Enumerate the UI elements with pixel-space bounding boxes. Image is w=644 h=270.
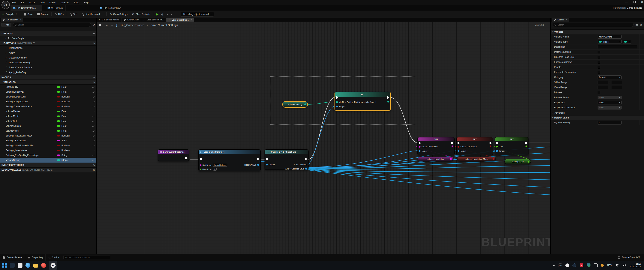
- bookmark-button[interactable]: ▾: [99, 24, 102, 26]
- play-options-icon[interactable]: ⋮: [175, 13, 177, 16]
- collapse-arrow-icon[interactable]: ▾: [552, 31, 553, 33]
- steam-tray-icon[interactable]: [572, 263, 576, 267]
- save-button[interactable]: Save: [22, 11, 35, 18]
- user-index-value-field[interactable]: 0: [213, 168, 216, 171]
- parent-class-link[interactable]: Game Instance: [627, 7, 642, 9]
- taskbar-app-icon-4[interactable]: [41, 263, 46, 268]
- language-indicator[interactable]: HRV: [607, 264, 612, 267]
- value-range-max-input[interactable]: [612, 86, 622, 89]
- bitmask-checkbox[interactable]: [598, 91, 600, 94]
- visibility-eye-icon[interactable]: [92, 91, 94, 93]
- node-set-saved-resolution[interactable]: SET Saved Resolution Target: [418, 137, 454, 155]
- variable-type-dropdown[interactable]: Integer▾: [598, 40, 622, 44]
- graph-tab-save-current-settings[interactable]: fSave Current Se...×: [166, 18, 194, 22]
- wifi-icon[interactable]: [615, 264, 619, 267]
- value-in-pin[interactable]: My New Setting That Needs to be Saved: [336, 101, 376, 103]
- node-getter-settings-resolution-mode[interactable]: Settings Resolution Mode: [457, 157, 496, 162]
- details-tab[interactable]: Details ×: [552, 18, 569, 22]
- add-function-icon[interactable]: ⊕: [93, 42, 95, 45]
- value-out-pin[interactable]: [528, 161, 530, 163]
- taskbar-app-icon-2[interactable]: [18, 263, 22, 268]
- add-macro-icon[interactable]: ⊕: [93, 76, 95, 79]
- variable-row[interactable]: VolumeVoiceFloat: [0, 128, 96, 133]
- collapse-arrow-icon[interactable]: ▾: [2, 33, 2, 34]
- cmd-dropdown[interactable]: >_ Cmd ▾: [46, 254, 62, 261]
- value-out-pin[interactable]: [387, 101, 389, 102]
- value-out-pin[interactable]: [450, 158, 452, 160]
- slider-range-max-input[interactable]: [612, 81, 622, 84]
- section-default-value[interactable]: ▾ Default Value: [551, 115, 644, 120]
- function-item[interactable]: fSave_Current_Settings: [0, 65, 96, 70]
- close-button[interactable]: ×: [641, 0, 643, 4]
- collapse-arrow-icon[interactable]: ▾: [2, 81, 2, 83]
- target-pin[interactable]: Target: [458, 150, 466, 152]
- variable-row-selected[interactable]: MyNewSettingInteger: [0, 158, 96, 163]
- visibility-eye-icon[interactable]: [92, 116, 94, 117]
- function-item[interactable]: fReadSettings: [0, 46, 96, 50]
- visibility-eye-icon[interactable]: [92, 101, 94, 102]
- console-command-input[interactable]: [64, 255, 110, 259]
- autodesk-tray-icon[interactable]: a!: [580, 263, 583, 267]
- node-set-my-new-setting[interactable]: SET My New Setting That Needs to be Save…: [334, 92, 391, 111]
- variable-row[interactable]: VolumeSFXFloat: [0, 119, 96, 123]
- play-button[interactable]: ▶: [156, 13, 158, 16]
- my-blueprint-search[interactable]: [13, 23, 91, 27]
- cast-failed-pin[interactable]: Cast Failed: [294, 164, 307, 166]
- node-cast-to-bp-settingssave[interactable]: ►→ Cast To BP_SettingsSave Object Cast F…: [264, 150, 308, 170]
- tray-app-icon[interactable]: [600, 263, 604, 267]
- variable-row[interactable]: SettingsGamepadVibrationBoolean: [0, 104, 96, 109]
- source-control-status[interactable]: Source Control Off: [618, 256, 644, 259]
- object-pin[interactable]: Object: [266, 164, 275, 166]
- node-getter-settings-resolution[interactable]: Settings Resolution: [418, 157, 453, 162]
- epic-games-tray-icon[interactable]: EPIC: [558, 263, 562, 267]
- as-bp-settings-save-pin[interactable]: As BP Settings Save: [285, 168, 307, 170]
- slider-range-min-input[interactable]: [598, 81, 608, 84]
- menu-asset[interactable]: Asset: [29, 1, 35, 4]
- add-variable-icon[interactable]: ⊕: [93, 81, 95, 84]
- variable-row[interactable]: Settings_Resolution_ModeBoolean: [0, 133, 96, 138]
- restore-button[interactable]: [634, 1, 636, 3]
- menu-view[interactable]: View: [40, 1, 44, 4]
- section-variable[interactable]: ▾ Variable: [551, 30, 644, 34]
- tray-expand-icon[interactable]: [553, 264, 556, 267]
- visibility-eye-icon[interactable]: [92, 140, 94, 141]
- variable-row[interactable]: VolumeAmbientFloat: [0, 123, 96, 128]
- value-out-pin[interactable]: [490, 146, 492, 147]
- visibility-eye-icon[interactable]: [92, 155, 94, 156]
- node-set-fov[interactable]: SET FOV Target: [495, 137, 528, 155]
- section-local-variables[interactable]: LOCAL VARIABLES (SAVE_CURRENT_SETTINGS) …: [0, 168, 96, 172]
- compile-button[interactable]: ✓ Compile ⋮: [0, 11, 20, 18]
- exec-out-pin[interactable]: [257, 158, 259, 160]
- replication-dropdown[interactable]: None▾: [598, 101, 622, 104]
- value-out-pin[interactable]: [304, 103, 306, 105]
- start-button[interactable]: [2, 263, 7, 267]
- file-explorer-icon[interactable]: [33, 264, 38, 267]
- menu-window[interactable]: Window: [61, 1, 69, 4]
- discord-tray-icon[interactable]: [565, 263, 569, 267]
- close-tab-icon[interactable]: ×: [38, 7, 39, 9]
- class-settings-button[interactable]: ⚙ Class Settings: [107, 11, 130, 18]
- exec-in-pin[interactable]: [200, 158, 202, 160]
- windows-security-shield-icon[interactable]: [587, 263, 590, 267]
- default-value-input[interactable]: [598, 121, 622, 124]
- graph-canvas[interactable]: ▾ ← → f BP_GameInstance › Save Current S…: [97, 22, 550, 254]
- visibility-eye-icon[interactable]: [92, 135, 94, 137]
- visibility-eye-icon[interactable]: [92, 125, 94, 127]
- add-graph-icon[interactable]: ⊕: [93, 32, 95, 35]
- usb-eject-tray-icon[interactable]: [594, 263, 598, 267]
- menu-help[interactable]: Help: [84, 1, 88, 4]
- function-item[interactable]: fLoad_Saved_Settings: [0, 60, 96, 65]
- function-item[interactable]: fApply: [0, 50, 96, 55]
- section-functions[interactable]: ▾ FUNCTIONS (4 OVERRIDABLE) ⊕: [0, 41, 96, 46]
- user-index-pin[interactable]: User Index 0: [200, 168, 216, 171]
- exec-in-pin[interactable]: [418, 142, 421, 144]
- exec-out-pin[interactable]: [525, 142, 527, 144]
- return-value-pin[interactable]: Return Value: [244, 164, 259, 166]
- taskbar-app-icon-3[interactable]: [26, 263, 30, 268]
- volume-icon[interactable]: [622, 264, 626, 267]
- section-macros[interactable]: MACROS ⊕: [0, 75, 96, 80]
- content-drawer-button[interactable]: Content Drawer: [0, 254, 25, 261]
- details-search-input[interactable]: [558, 24, 632, 26]
- visibility-eye-icon[interactable]: [92, 111, 94, 112]
- variable-row[interactable]: SettingsFOVFloat: [0, 85, 96, 89]
